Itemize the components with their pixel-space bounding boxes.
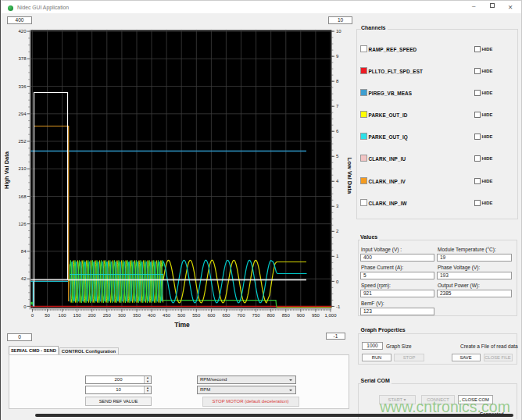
svg-text:252: 252 bbox=[18, 139, 27, 144]
svg-text:7: 7 bbox=[336, 104, 339, 109]
svg-text:500: 500 bbox=[177, 313, 186, 318]
svg-text:10: 10 bbox=[336, 29, 341, 34]
svg-text:0: 0 bbox=[23, 304, 27, 309]
svg-text:900: 900 bbox=[297, 313, 306, 318]
svg-text:378: 378 bbox=[18, 56, 27, 61]
svg-text:5: 5 bbox=[336, 154, 339, 158]
svg-text:42: 42 bbox=[21, 276, 27, 281]
svg-text:700: 700 bbox=[237, 313, 245, 318]
svg-text:50: 50 bbox=[45, 313, 50, 318]
svg-text:450: 450 bbox=[163, 313, 171, 318]
svg-text:150: 150 bbox=[73, 313, 82, 318]
svg-text:800: 800 bbox=[267, 313, 276, 318]
svg-text:6: 6 bbox=[336, 129, 339, 133]
svg-text:2: 2 bbox=[336, 229, 339, 233]
svg-text:420: 420 bbox=[18, 29, 27, 34]
svg-text:3: 3 bbox=[336, 204, 339, 208]
svg-text:750: 750 bbox=[252, 313, 261, 318]
svg-text:950: 950 bbox=[312, 313, 320, 318]
svg-text:336: 336 bbox=[18, 84, 27, 89]
svg-text:400: 400 bbox=[148, 313, 156, 318]
svg-text:-1: -1 bbox=[336, 304, 341, 309]
svg-text:High Val Data: High Val Data bbox=[3, 151, 10, 189]
svg-text:250: 250 bbox=[103, 313, 112, 318]
svg-text:650: 650 bbox=[222, 313, 231, 318]
svg-text:8: 8 bbox=[336, 79, 339, 84]
svg-text:Time: Time bbox=[174, 321, 190, 329]
svg-text:168: 168 bbox=[18, 194, 27, 199]
svg-text:350: 350 bbox=[133, 313, 141, 318]
svg-text:126: 126 bbox=[18, 222, 27, 226]
svg-text:4: 4 bbox=[336, 179, 339, 183]
svg-text:200: 200 bbox=[88, 313, 97, 318]
svg-text:1,000: 1,000 bbox=[324, 313, 337, 318]
svg-text:0: 0 bbox=[336, 279, 339, 284]
svg-text:600: 600 bbox=[207, 313, 216, 318]
svg-text:210: 210 bbox=[18, 166, 27, 171]
svg-text:550: 550 bbox=[192, 313, 201, 318]
svg-text:0: 0 bbox=[31, 313, 34, 318]
svg-text:850: 850 bbox=[282, 313, 291, 318]
svg-text:100: 100 bbox=[59, 313, 67, 318]
svg-text:9: 9 bbox=[336, 54, 339, 59]
svg-text:1: 1 bbox=[336, 254, 339, 258]
svg-text:84: 84 bbox=[21, 249, 27, 254]
svg-text:300: 300 bbox=[118, 313, 127, 318]
svg-text:294: 294 bbox=[18, 112, 27, 116]
svg-text:Low Val Data: Low Val Data bbox=[346, 158, 353, 194]
